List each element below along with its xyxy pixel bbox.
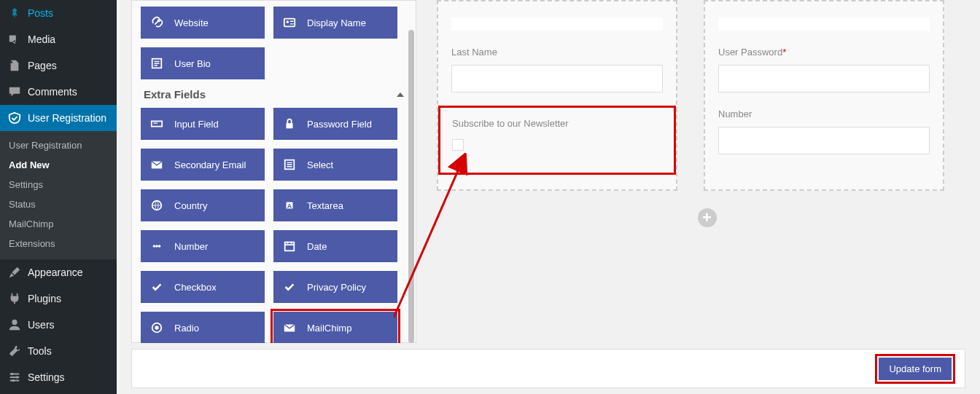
nav-posts[interactable]: Posts xyxy=(0,0,117,26)
field-tile-number[interactable]: Number xyxy=(141,230,265,262)
sliders-icon xyxy=(7,370,22,385)
select-icon xyxy=(273,158,306,171)
field-tile-website[interactable]: Website xyxy=(141,7,265,39)
nav-submenu: User Registration Add New Settings Statu… xyxy=(0,131,117,259)
nav-plugins[interactable]: Plugins xyxy=(0,285,117,312)
field-label: Subscribe to our Newsletter xyxy=(452,118,662,129)
number-icon xyxy=(141,240,173,253)
pin-icon xyxy=(7,6,22,20)
field-palette: WebsiteDisplay NameUser Bio Extra Fields… xyxy=(131,0,416,343)
svg-text:A: A xyxy=(287,202,292,210)
nav-label: Settings xyxy=(28,371,65,383)
field-tile-textarea[interactable]: ATextarea xyxy=(273,189,397,221)
form-field[interactable] xyxy=(718,17,930,31)
form-column-2[interactable]: User Password* Number xyxy=(704,0,944,191)
nav-appearance[interactable]: Appearance xyxy=(0,259,117,285)
tile-label: Textarea xyxy=(306,200,397,211)
link-icon xyxy=(141,16,173,29)
tile-label: Checkbox xyxy=(173,282,265,293)
bio-icon xyxy=(141,57,173,70)
nav-label: Plugins xyxy=(28,293,61,304)
field-tile-checkbox[interactable]: Checkbox xyxy=(141,271,265,303)
nav-media[interactable]: Media xyxy=(0,26,117,52)
svg-rect-17 xyxy=(285,243,295,251)
subnav-status[interactable]: Status xyxy=(0,194,117,214)
add-row-button[interactable]: + xyxy=(698,208,717,227)
field-tile-select[interactable]: Select xyxy=(273,149,397,181)
mail-icon xyxy=(141,158,173,171)
update-form-button[interactable]: Update form xyxy=(879,358,952,380)
field-label: User Password* xyxy=(718,47,930,58)
subnav-settings[interactable]: Settings xyxy=(0,175,117,194)
check-icon xyxy=(141,280,173,293)
nav-pages[interactable]: Pages xyxy=(0,52,117,79)
nav-user-registration[interactable]: User Registration xyxy=(0,105,117,131)
field-label: Number xyxy=(718,109,930,119)
field-tile-secondary-email[interactable]: Secondary Email xyxy=(141,149,265,181)
field-tile-date[interactable]: Date xyxy=(273,230,397,262)
field-tile-radio[interactable]: Radio xyxy=(141,312,265,343)
nav-tools[interactable]: Tools xyxy=(0,338,117,364)
textarea-icon: A xyxy=(273,199,306,212)
text-input[interactable] xyxy=(451,17,663,31)
svg-point-1 xyxy=(11,373,14,376)
form-field-lastname[interactable]: Last Name xyxy=(451,47,663,92)
nav-label: Pages xyxy=(28,60,57,71)
section-extra-fields[interactable]: Extra Fields xyxy=(141,79,407,108)
tile-label: Input Field xyxy=(173,119,265,130)
section-title: Extra Fields xyxy=(144,88,206,101)
subnav-extensions[interactable]: Extensions xyxy=(0,234,117,253)
number-input[interactable] xyxy=(718,127,930,154)
tile-label: Privacy Policy xyxy=(306,282,397,293)
tile-label: Country xyxy=(173,200,265,211)
nav-settings[interactable]: Settings xyxy=(0,364,117,390)
nav-label: Comments xyxy=(28,86,77,98)
ur-icon xyxy=(7,111,22,125)
svg-point-2 xyxy=(16,376,19,379)
form-field[interactable] xyxy=(451,17,663,31)
form-column-1[interactable]: Last Name Subscribe to our Newsletter xyxy=(437,0,677,191)
form-field-number[interactable]: Number xyxy=(718,109,930,154)
add-row: + xyxy=(437,208,977,227)
chevron-up-icon xyxy=(397,92,404,97)
nav-label: Users xyxy=(28,319,55,331)
nav-label: Appearance xyxy=(28,267,83,278)
field-tile-input-field[interactable]: Input Field xyxy=(141,108,265,140)
text-input[interactable] xyxy=(451,65,663,92)
date-icon xyxy=(273,240,306,253)
media-icon xyxy=(7,32,22,47)
field-tile-user-bio[interactable]: User Bio xyxy=(141,47,265,79)
lock-icon xyxy=(273,117,306,130)
form-field-password[interactable]: User Password* xyxy=(718,47,930,92)
form-field-newsletter[interactable]: Subscribe to our Newsletter xyxy=(438,106,676,175)
content-area: WebsiteDisplay NameUser Bio Extra Fields… xyxy=(117,0,980,394)
user-icon xyxy=(7,318,22,332)
field-tile-password-field[interactable]: Password Field xyxy=(273,108,397,140)
text-input[interactable] xyxy=(718,17,930,31)
nav-users[interactable]: Users xyxy=(0,312,117,338)
nav-comments[interactable]: Comments xyxy=(0,79,117,105)
tile-label: Display Name xyxy=(306,17,397,28)
tile-label: Number xyxy=(173,241,265,252)
subnav-mailchimp[interactable]: MailChimp xyxy=(0,214,117,234)
checkbox-input[interactable] xyxy=(452,139,464,151)
palette-scrollbar[interactable] xyxy=(408,30,414,343)
admin-sidebar: Posts Media Pages Comments User Registra… xyxy=(0,0,117,394)
svg-rect-4 xyxy=(284,19,295,27)
password-input[interactable] xyxy=(718,65,930,92)
field-tile-mailchimp[interactable]: MailChimp xyxy=(273,312,397,343)
plug-icon xyxy=(7,291,22,306)
svg-point-14 xyxy=(153,245,156,248)
field-tile-display-name[interactable]: Display Name xyxy=(273,7,397,39)
field-tile-privacy-policy[interactable]: Privacy Policy xyxy=(273,271,397,303)
svg-point-15 xyxy=(155,245,158,248)
radio-icon xyxy=(141,321,173,334)
footer-bar: Update form xyxy=(131,349,965,388)
nav-label: Posts xyxy=(28,7,53,19)
subnav-user-registration[interactable]: User Registration xyxy=(0,135,117,155)
tile-label: Select xyxy=(306,159,397,170)
field-tile-country[interactable]: Country xyxy=(141,189,265,221)
subnav-add-new[interactable]: Add New xyxy=(0,155,117,175)
svg-rect-7 xyxy=(152,121,162,126)
svg-point-16 xyxy=(158,245,161,248)
